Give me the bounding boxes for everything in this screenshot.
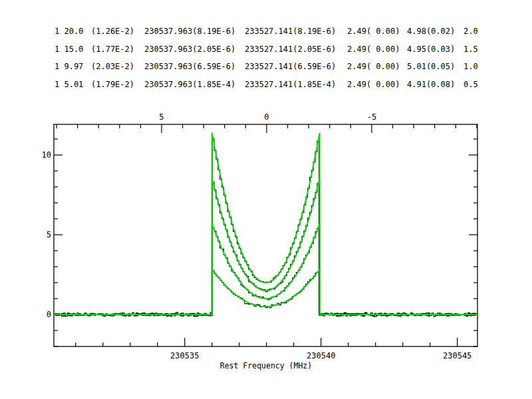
spectral-fit-window: 1 20.0(1.26E-2)230537.963(8.19E-6)233527… xyxy=(0,0,532,399)
fit-curve xyxy=(54,223,477,315)
x-tick-label: 230535 xyxy=(170,351,199,360)
y-tick-label: 0 xyxy=(47,310,51,319)
x-tick-label: 230545 xyxy=(443,351,471,360)
top-tick-label: -5 xyxy=(367,112,376,122)
fit-curve xyxy=(54,178,477,315)
x-axis-title: Rest Frequency (MHz) xyxy=(133,361,399,370)
x-tick-label: 230540 xyxy=(307,351,335,360)
y-tick-label: 10 xyxy=(42,150,51,160)
y-tick-label: 5 xyxy=(47,230,51,239)
top-tick-label: 5 xyxy=(159,112,164,122)
data-histogram xyxy=(54,228,477,317)
data-histogram xyxy=(54,182,477,317)
fit-curve xyxy=(54,133,477,315)
spectrum-plot: 23053523054023054550-50510 xyxy=(0,0,532,399)
data-histogram xyxy=(54,271,477,317)
plot-frame xyxy=(54,124,477,346)
top-tick-label: 0 xyxy=(264,112,269,122)
